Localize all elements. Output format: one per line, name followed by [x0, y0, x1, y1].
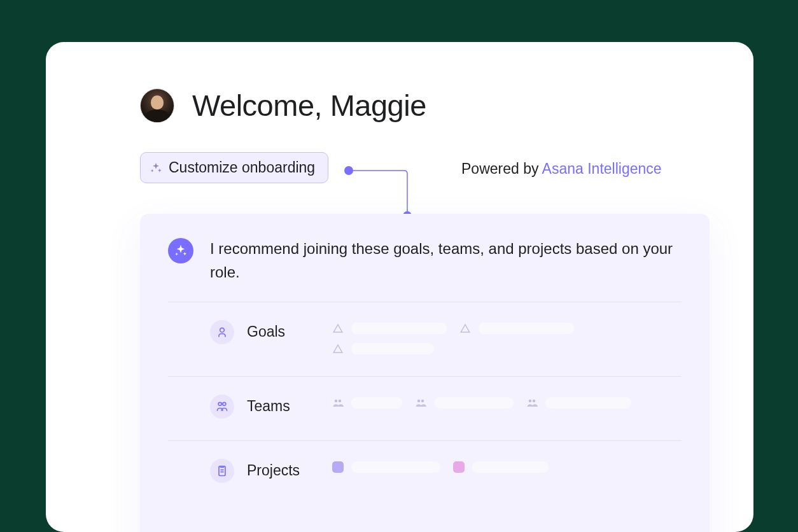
goals-section: Goals	[168, 302, 682, 376]
svg-point-8	[421, 400, 424, 403]
recommendation-message: I recommend joining these goals, teams, …	[210, 237, 682, 284]
triangle-icon	[459, 323, 471, 334]
triangle-icon	[332, 343, 344, 354]
goals-label: Goals	[247, 320, 311, 340]
powered-by-brand[interactable]: Asana Intelligence	[542, 160, 662, 177]
customize-onboarding-button[interactable]: Customize onboarding	[140, 152, 328, 183]
recommendation-panel: I recommend joining these goals, teams, …	[140, 214, 710, 532]
placeholder-bar	[351, 461, 440, 473]
list-item[interactable]	[453, 461, 549, 473]
list-item[interactable]	[332, 343, 434, 354]
svg-point-3	[218, 403, 221, 406]
main-card: Welcome, Maggie Customize onboarding Pow…	[46, 42, 753, 532]
header: Welcome, Maggie	[140, 88, 426, 123]
sparkle-icon	[150, 162, 162, 174]
welcome-title: Welcome, Maggie	[192, 88, 426, 123]
svg-point-5	[335, 400, 338, 403]
placeholder-bar	[545, 397, 631, 409]
placeholder-bar	[472, 461, 549, 473]
triangle-icon	[332, 323, 344, 334]
projects-section: Projects	[168, 440, 682, 505]
list-item[interactable]	[332, 397, 402, 409]
placeholder-bar	[351, 397, 402, 409]
people-icon	[415, 397, 426, 409]
list-item[interactable]	[459, 323, 574, 334]
square-icon	[332, 461, 344, 473]
placeholder-bar	[434, 397, 514, 409]
teams-section: Teams	[168, 376, 682, 440]
svg-point-0	[344, 166, 353, 175]
customize-onboarding-label: Customize onboarding	[169, 159, 315, 176]
powered-by-prefix: Powered by	[461, 160, 542, 177]
svg-point-9	[529, 400, 532, 403]
teams-label: Teams	[247, 395, 311, 415]
list-item[interactable]	[332, 323, 447, 334]
projects-label: Projects	[247, 459, 311, 479]
recommendation-header: I recommend joining these goals, teams, …	[168, 237, 682, 284]
svg-point-6	[339, 400, 342, 403]
svg-point-4	[223, 403, 226, 406]
people-icon	[332, 397, 344, 409]
svg-point-2	[220, 328, 225, 333]
placeholder-bar	[351, 323, 447, 334]
list-item[interactable]	[415, 397, 514, 409]
powered-by-label: Powered by Asana Intelligence	[461, 160, 662, 178]
svg-point-10	[533, 400, 536, 403]
people-icon	[526, 397, 538, 409]
goals-icon	[210, 320, 234, 344]
projects-items	[332, 459, 549, 473]
square-icon	[453, 461, 465, 473]
ai-sparkle-badge	[168, 238, 193, 263]
teams-items	[332, 395, 631, 409]
svg-point-7	[417, 400, 421, 403]
list-item[interactable]	[526, 397, 631, 409]
goals-items	[332, 320, 682, 354]
user-avatar[interactable]	[140, 88, 174, 123]
placeholder-bar	[351, 343, 434, 354]
projects-icon	[210, 459, 234, 483]
placeholder-bar	[479, 323, 574, 334]
teams-icon	[210, 395, 234, 419]
list-item[interactable]	[332, 461, 440, 473]
